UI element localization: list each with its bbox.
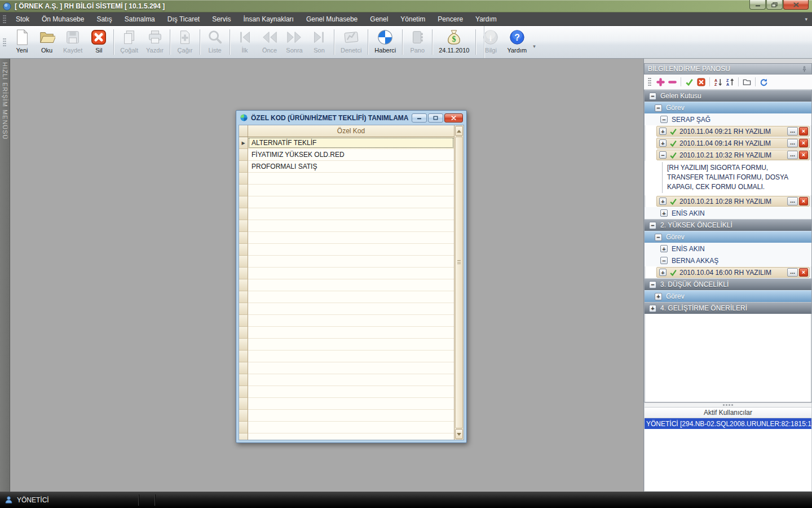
- row-header-cell[interactable]: [239, 398, 248, 410]
- message-delete-button[interactable]: ×: [799, 127, 808, 135]
- grid-cell[interactable]: PROFORMALI SATIŞ: [248, 161, 454, 172]
- row-header-cell[interactable]: ▶: [239, 137, 248, 149]
- expander-icon[interactable]: −: [660, 116, 668, 123]
- tree-subgroup[interactable]: −Görev: [645, 102, 811, 113]
- menu-overflow-chevron-icon[interactable]: ▾: [805, 12, 807, 25]
- menu-item-pencere[interactable]: Pencere: [431, 12, 469, 25]
- tree-subgroup[interactable]: −Görev: [645, 231, 811, 243]
- row-header-cell[interactable]: [239, 339, 248, 351]
- row-header-cell[interactable]: [239, 303, 248, 315]
- pin-icon[interactable]: [801, 65, 808, 73]
- window-minimize-button[interactable]: [749, 0, 766, 10]
- toolbar-button-sil[interactable]: Sil: [87, 27, 111, 57]
- expander-icon[interactable]: +: [660, 245, 668, 252]
- scroll-up-icon[interactable]: [455, 126, 463, 136]
- scrollbar-thumb[interactable]: [455, 137, 463, 428]
- folder-icon[interactable]: [741, 76, 753, 88]
- dialog-restore-button[interactable]: [428, 113, 443, 122]
- expander-icon[interactable]: −: [660, 257, 668, 264]
- scroll-down-icon[interactable]: [455, 429, 463, 439]
- table-row[interactable]: [239, 433, 454, 440]
- menu-item-y-netim[interactable]: Yönetim: [394, 12, 431, 25]
- active-user-row[interactable]: YÖNETİCİ [294.NB-02.SQL2008.URUNLER:82:1…: [645, 418, 811, 429]
- row-header-cell[interactable]: [239, 351, 248, 362]
- grid-cell[interactable]: [248, 339, 454, 350]
- grid-cell[interactable]: [248, 291, 454, 303]
- message-delete-button[interactable]: ×: [799, 151, 808, 159]
- tree-group[interactable]: −2. YÜKSEK ÖNCELİKLİ: [645, 219, 811, 231]
- expander-icon[interactable]: −: [649, 93, 656, 100]
- table-row[interactable]: [239, 410, 454, 422]
- table-row[interactable]: [239, 256, 454, 268]
- panel-toolbar-grip[interactable]: [648, 77, 651, 86]
- row-header-cell[interactable]: [239, 208, 248, 220]
- row-header-cell[interactable]: [239, 291, 248, 303]
- table-row[interactable]: [239, 185, 454, 196]
- grid-cell[interactable]: [248, 422, 454, 433]
- table-row[interactable]: [239, 279, 454, 291]
- menu-item-stok[interactable]: Stok: [10, 12, 36, 25]
- window-close-button[interactable]: [783, 0, 809, 10]
- grid-cell[interactable]: [248, 208, 454, 220]
- window-restore-button[interactable]: [766, 0, 783, 10]
- expander-icon[interactable]: −: [649, 222, 656, 229]
- table-row[interactable]: [239, 374, 454, 386]
- toolbar-button-oku[interactable]: Oku: [35, 27, 59, 57]
- grid-cell[interactable]: [248, 398, 454, 409]
- reject-icon[interactable]: [695, 76, 707, 88]
- dialog-minimize-button[interactable]: [412, 113, 427, 122]
- toolbar-button-24-11-2010[interactable]: $24.11.2010: [435, 27, 473, 57]
- table-row[interactable]: PROFORMALI SATIŞ: [239, 161, 454, 173]
- panel-splitter[interactable]: [644, 402, 812, 408]
- message-delete-button[interactable]: ×: [799, 139, 808, 147]
- expander-icon[interactable]: +: [659, 139, 667, 147]
- grid-cell[interactable]: [248, 244, 454, 255]
- grid-cell[interactable]: [248, 220, 454, 231]
- expander-icon[interactable]: +: [659, 269, 667, 276]
- table-row[interactable]: [239, 232, 454, 244]
- row-header-cell[interactable]: [239, 422, 248, 433]
- grid-cell[interactable]: [248, 315, 454, 326]
- table-row[interactable]: [239, 268, 454, 279]
- toolbar-grip[interactable]: [3, 38, 6, 47]
- message-detail-button[interactable]: ...: [787, 151, 798, 159]
- row-header-cell[interactable]: [239, 244, 248, 256]
- menu-item-servis[interactable]: Servis: [206, 12, 237, 25]
- table-row[interactable]: [239, 291, 454, 303]
- grid-cell[interactable]: [248, 362, 454, 374]
- row-header-cell[interactable]: [239, 268, 248, 279]
- tree-group[interactable]: +4. GELİŞTİRME ÖNERİLERİ: [645, 302, 811, 314]
- row-header-cell[interactable]: [239, 279, 248, 291]
- expander-icon[interactable]: +: [659, 198, 667, 205]
- table-row[interactable]: [239, 398, 454, 410]
- grid-cell[interactable]: ALTERNATİF TEKLİF: [248, 137, 454, 148]
- grid-cell[interactable]: [248, 303, 454, 314]
- grid-cell[interactable]: [248, 410, 454, 421]
- message-detail-button[interactable]: ...: [787, 127, 798, 135]
- grid-cell[interactable]: [248, 433, 454, 440]
- message-detail-button[interactable]: ...: [787, 139, 798, 147]
- menu-item--n-muhasebe[interactable]: Ön Muhasebe: [36, 12, 90, 25]
- grid-column-header[interactable]: Özel Kod: [248, 125, 454, 137]
- expander-icon[interactable]: +: [655, 293, 662, 300]
- row-header-cell[interactable]: [239, 256, 248, 268]
- add-item-icon[interactable]: [655, 76, 667, 88]
- table-row[interactable]: [239, 196, 454, 208]
- row-header-cell[interactable]: [239, 149, 248, 161]
- dialog-titlebar[interactable]: ÖZEL KOD (ÜRÜN/HİZMET TEKLİFİ) TANIMLAMA: [239, 111, 464, 125]
- table-row[interactable]: [239, 303, 454, 315]
- row-header-cell[interactable]: [239, 410, 248, 422]
- quick-access-strip[interactable]: HIZLI ERİŞİM MENÜSÜ: [0, 59, 10, 492]
- row-header-cell[interactable]: [239, 386, 248, 398]
- approve-icon[interactable]: [683, 76, 695, 88]
- tree-person[interactable]: +ENİS AKIN: [645, 207, 811, 219]
- grid-cell[interactable]: [248, 256, 454, 267]
- menu-item-sat-nalma[interactable]: Satınalma: [118, 12, 161, 25]
- table-row[interactable]: [239, 351, 454, 362]
- table-row[interactable]: [239, 386, 454, 398]
- sort-descending-icon[interactable]: ZA: [724, 76, 736, 88]
- menu-item-yard-m[interactable]: Yardım: [469, 12, 503, 25]
- grid-cell[interactable]: [248, 374, 454, 386]
- grid-cell[interactable]: [248, 268, 454, 279]
- menu-item-i-nsan-kaynaklar-[interactable]: İnsan Kaynakları: [237, 12, 300, 25]
